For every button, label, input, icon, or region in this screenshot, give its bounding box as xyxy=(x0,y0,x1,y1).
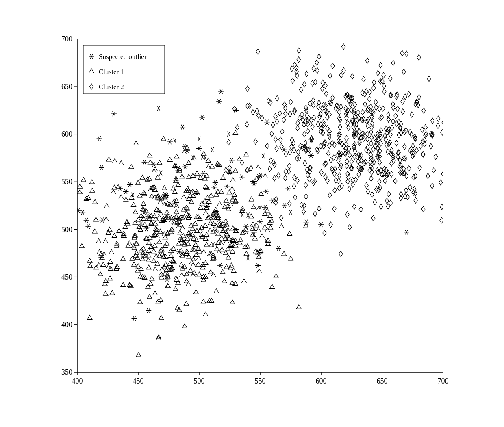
scatter-chart xyxy=(49,31,455,397)
